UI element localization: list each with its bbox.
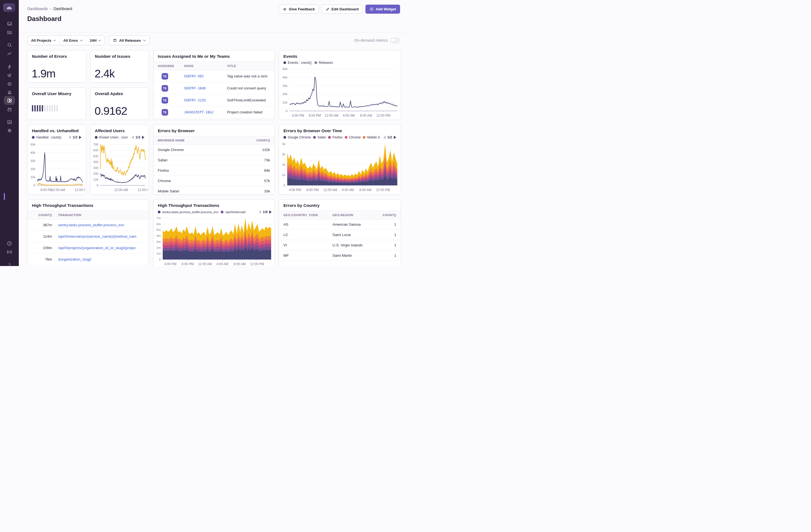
widget-overall-user-misery[interactable]: Overall User Misery — [27, 88, 86, 120]
legend-item[interactable]: Google Chrome — [284, 135, 311, 139]
sidebar-item-releases[interactable] — [4, 105, 15, 114]
column-header-browser-name[interactable]: BROWSER.NAME — [158, 139, 257, 142]
envs-filter[interactable]: All Envs — [59, 36, 86, 45]
next-page-arrow[interactable] — [269, 210, 272, 214]
column-header-assignee[interactable]: ASSIGNEE — [158, 64, 184, 67]
filter-bar: All Projects All Envs 24H All Releases — [27, 35, 150, 45]
widget-affected-users[interactable]: Affected Users Known Users : cour1/3 010… — [90, 124, 149, 195]
legend-item[interactable]: sentry.tasks.process_buffer.process_incr — [158, 210, 218, 214]
column-header-count[interactable]: COUNT() — [32, 213, 52, 217]
sidebar-item-broadcast[interactable] — [4, 247, 15, 257]
table-row: ASAmerican Samoa1 — [279, 219, 401, 230]
assignee-avatar[interactable]: TE — [162, 85, 168, 92]
sidebar-item-performance[interactable] — [4, 62, 15, 71]
previous-page-arrow[interactable] — [383, 136, 386, 139]
legend-item[interactable]: Releases — [315, 61, 333, 65]
column-header-region[interactable]: GEO.REGION — [333, 213, 380, 217]
widget-events-chart[interactable]: Events Events : count()Releases 010k20k3… — [279, 50, 401, 120]
column-header-title[interactable]: TITLE — [227, 64, 270, 67]
legend-item[interactable]: Firefox — [328, 135, 342, 139]
previous-page-arrow[interactable] — [68, 136, 71, 139]
legend-item[interactable]: Mobile S — [363, 135, 380, 139]
issue-link[interactable]: SENTRY-16H8 — [184, 87, 205, 90]
sidebar-item-stats[interactable] — [4, 118, 15, 126]
svg-text:0: 0 — [159, 258, 161, 261]
svg-text:12:00 AM: 12:00 AM — [114, 188, 128, 192]
widget-high-throughput-table[interactable]: High Throughput Transactions COUNT() TRA… — [27, 199, 149, 266]
svg-text:8:00 AM: 8:00 AM — [359, 188, 371, 192]
sidebar-item-replays[interactable] — [4, 79, 15, 88]
next-page-arrow[interactable] — [394, 136, 396, 139]
column-header-issue[interactable]: ISSUE — [184, 64, 227, 67]
widget-high-throughput-chart[interactable]: High Throughput Transactions sentry.task… — [153, 199, 275, 266]
transaction-link[interactable]: sentry.tasks.process_buffer.process_incr — [58, 223, 144, 227]
time-filter[interactable]: 24H — [86, 36, 105, 45]
widget-issues-assigned[interactable]: Issues Assigned to Me or My Teams ASSIGN… — [153, 50, 275, 120]
misery-bar — [37, 105, 38, 111]
column-header-count[interactable]: COUNT() — [380, 213, 396, 217]
breadcrumb-dashboards[interactable]: Dashboards — [27, 6, 48, 11]
column-header-country-code[interactable]: GEO.COUNTRY_CODE — [284, 213, 333, 217]
transaction-link[interactable]: /api/0/projects/{organization_id_or_slug… — [58, 246, 144, 250]
add-widget-button[interactable]: Add Widget — [365, 5, 400, 14]
sidebar-item-settings[interactable] — [4, 126, 15, 135]
sidebar-item-search[interactable] — [4, 40, 15, 49]
count-cell: 73k — [264, 158, 270, 162]
legend-item[interactable]: /api/0/internal/r — [221, 210, 246, 214]
widget-title: Number of Errors — [28, 50, 86, 59]
next-page-arrow[interactable] — [142, 136, 144, 139]
legend-item[interactable]: Handled : count() — [32, 135, 61, 139]
column-header-transaction[interactable]: TRANSACTION — [58, 213, 144, 217]
previous-page-arrow[interactable] — [259, 210, 261, 214]
widget-number-of-issues[interactable]: Number of Issues 2.4k — [90, 50, 149, 82]
widget-number-of-errors[interactable]: Number of Errors 1.9m — [27, 50, 86, 82]
issue-link[interactable]: SENTRY-VD5 — [184, 74, 203, 78]
chevron-right-icon — [7, 262, 12, 266]
widget-handled-vs-unhandled[interactable]: Handled vs. Unhandled Handled : count()1… — [27, 124, 86, 195]
svg-text:8:00 AM: 8:00 AM — [360, 113, 372, 118]
widget-errors-by-browser-over-time[interactable]: Errors by Browser Over Time Google Chrom… — [279, 124, 401, 195]
column-header-count[interactable]: COUNT() — [257, 139, 270, 142]
sidebar-item-traces[interactable] — [4, 49, 15, 58]
next-page-arrow[interactable] — [79, 136, 81, 139]
svg-text:10k: 10k — [282, 101, 288, 104]
widget-overall-apdex[interactable]: Overall Apdex 0.9162 — [90, 88, 149, 120]
chart-pagination: 1/6 — [259, 210, 272, 214]
give-feedback-button[interactable]: Give Feedback — [279, 5, 319, 14]
sidebar-item-help[interactable]: ? — [4, 239, 15, 248]
misery-bar — [34, 105, 36, 111]
assignee-avatar[interactable]: TE — [162, 109, 168, 116]
sidebar-item-feedback[interactable] — [4, 71, 15, 80]
chart-legend: Known Users : cour1/3 — [91, 133, 149, 139]
sidebar-item-issues[interactable] — [4, 19, 15, 28]
assignee-cell: TE — [158, 85, 184, 92]
legend-item[interactable]: Events : count() — [284, 61, 312, 65]
sidebar-item-dashboards[interactable] — [4, 96, 15, 105]
svg-text:4:00 PM: 4:00 PM — [40, 188, 52, 192]
svg-text:30k: 30k — [282, 84, 288, 88]
transaction-link[interactable]: /api/0/internal/rpc/{service_name}/{meth… — [58, 234, 144, 239]
transaction-link[interactable]: /{organization_slug}/ — [58, 257, 144, 261]
misery-bar — [49, 105, 50, 111]
releases-filter[interactable]: All Releases — [109, 35, 150, 45]
assignee-avatar[interactable]: TE — [162, 73, 168, 80]
legend-dot — [345, 136, 348, 139]
previous-page-arrow[interactable] — [131, 136, 134, 139]
widget-errors-by-country[interactable]: Errors by Country GEO.COUNTRY_CODE GEO.R… — [279, 199, 401, 266]
sidebar-collapse[interactable] — [4, 259, 15, 266]
edit-dashboard-button[interactable]: Edit Dashboard — [322, 5, 363, 14]
legend-item[interactable]: Safari — [313, 135, 326, 139]
legend-item[interactable]: Chrome — [345, 135, 361, 139]
legend-item[interactable]: Known Users : cour — [95, 135, 128, 139]
ondemand-metrics-toggle[interactable] — [390, 37, 400, 43]
widget-errors-by-browser[interactable]: Errors by Browser BROWSER.NAME COUNT() G… — [153, 124, 275, 195]
sentry-logo[interactable] — [3, 3, 15, 12]
issue-link[interactable]: SENTRY-32ZQ — [184, 98, 205, 102]
transactions-table-body: 367msentry.tasks.process_buffer.process_… — [28, 219, 149, 265]
issue-link[interactable]: JAVASCRIPT-1BG2 — [184, 110, 213, 114]
projects-filter[interactable]: All Projects — [28, 36, 59, 45]
sidebar-item-alerts[interactable] — [4, 88, 15, 97]
legend-dot — [284, 136, 286, 139]
sidebar-item-projects[interactable] — [4, 28, 15, 37]
assignee-avatar[interactable]: TE — [162, 97, 168, 104]
